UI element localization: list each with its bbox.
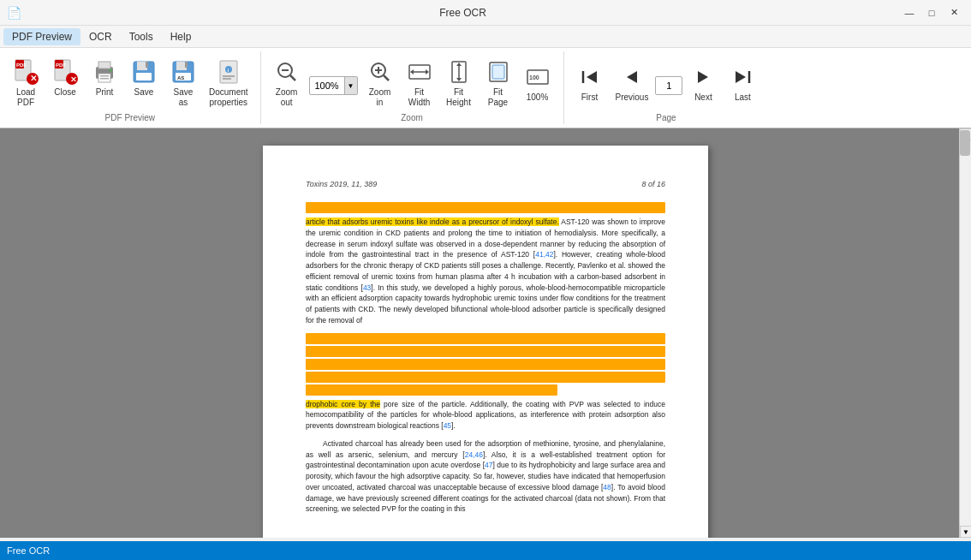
- close-pdf-button[interactable]: PDF ✕ Close: [46, 55, 84, 101]
- menu-tools[interactable]: Tools: [121, 28, 162, 45]
- fit-width-button[interactable]: FitWidth: [401, 55, 438, 111]
- menu-pdf-preview[interactable]: PDF Preview: [3, 28, 80, 45]
- svg-text:PDF: PDF: [56, 63, 66, 68]
- last-button[interactable]: Last: [724, 60, 761, 106]
- svg-marker-54: [736, 71, 746, 83]
- fit-width-icon: [406, 58, 433, 86]
- title-bar: 📄 Free OCR — □ ✕: [0, 0, 971, 26]
- fit-100-icon: 100: [524, 63, 551, 91]
- first-icon: [576, 63, 604, 91]
- zoom-in-label: Zoomin: [369, 87, 391, 108]
- scroll-down-arrow[interactable]: ▼: [960, 526, 971, 538]
- menu-help[interactable]: Help: [162, 28, 200, 45]
- highlight-block-1: [306, 202, 665, 213]
- first-button[interactable]: First: [571, 60, 609, 106]
- pdf-preview-group-label: PDF Preview: [105, 111, 155, 124]
- fit-height-button[interactable]: FitHeight: [440, 55, 478, 111]
- svg-rect-46: [492, 65, 504, 79]
- save-as-label: Saveas: [174, 87, 194, 108]
- ref-47: 47: [485, 461, 492, 469]
- svg-rect-14: [100, 78, 109, 80]
- zoom-out-icon: [273, 58, 301, 86]
- zoom-group-label: Zoom: [401, 111, 423, 124]
- first-label: First: [581, 92, 598, 103]
- previous-button[interactable]: Previous: [611, 60, 654, 106]
- svg-rect-18: [146, 62, 148, 68]
- ribbon-group-zoom: Zoomout ▼ Zoomin: [261, 51, 564, 124]
- zoom-dropdown-button[interactable]: ▼: [344, 77, 357, 94]
- page-input[interactable]: [655, 76, 682, 95]
- window-controls: — □ ✕: [899, 3, 964, 23]
- highlight-span-3: drophobic core by the: [306, 400, 380, 408]
- svg-rect-29: [223, 78, 231, 80]
- svg-rect-28: [223, 75, 235, 77]
- fit-page-button[interactable]: FitPage: [480, 55, 517, 111]
- paragraph-3: Activated charcoal has already been used…: [306, 438, 665, 515]
- ref-41-42: 41,42: [535, 250, 553, 259]
- save-icon: [130, 58, 158, 86]
- previous-icon: [618, 63, 646, 91]
- document-properties-button[interactable]: i Documentproperties: [204, 55, 253, 111]
- ref-48: 48: [603, 483, 611, 491]
- ref-24-46: 24,46: [465, 450, 483, 459]
- ref-43: 43: [363, 283, 371, 292]
- page-group-label: Page: [656, 111, 676, 124]
- load-pdf-label: LoadPDF: [16, 87, 35, 108]
- document-body: article that adsorbs uremic toxins like …: [306, 202, 665, 515]
- scroll-track[interactable]: ▲ ▼: [959, 128, 971, 538]
- document-page: Toxins 2019, 11, 389 8 of 16 article tha…: [263, 146, 708, 538]
- minimize-button[interactable]: —: [899, 3, 920, 23]
- zoom-input-wrap[interactable]: ▼: [309, 76, 358, 95]
- fit-height-icon: [445, 58, 473, 86]
- app-icon: 📄: [7, 6, 21, 20]
- zoom-in-button[interactable]: Zoomin: [361, 55, 399, 111]
- close-button[interactable]: ✕: [944, 3, 964, 23]
- menu-ocr[interactable]: OCR: [80, 28, 121, 45]
- page-buttons: First Previous: [571, 51, 762, 111]
- ribbon-group-pdf-preview: PDF ✕ LoadPDF PDF ✕: [0, 51, 261, 124]
- save-label: Save: [134, 87, 154, 98]
- close-label: Close: [54, 87, 76, 98]
- fit-page-icon: [485, 58, 512, 86]
- fit-100-label: 100%: [527, 92, 549, 103]
- load-pdf-button[interactable]: PDF ✕ LoadPDF: [7, 55, 45, 111]
- last-label: Last: [735, 92, 751, 103]
- menu-bar: PDF Preview OCR Tools Help: [0, 26, 971, 48]
- maximize-button[interactable]: □: [921, 3, 942, 23]
- print-button[interactable]: Print: [86, 55, 123, 101]
- fit-height-label: FitHeight: [446, 87, 471, 108]
- highlight-span-1: article that adsorbs uremic toxins like …: [306, 217, 559, 226]
- ribbon: PDF ✕ LoadPDF PDF ✕: [0, 48, 971, 128]
- document-properties-label: Documentproperties: [209, 87, 248, 108]
- pdf-preview-buttons: PDF ✕ LoadPDF PDF ✕: [7, 51, 253, 111]
- svg-marker-40: [426, 69, 429, 74]
- zoom-out-button[interactable]: Zoomout: [268, 55, 306, 111]
- svg-text:✕: ✕: [30, 74, 37, 83]
- load-pdf-icon: PDF ✕: [12, 58, 39, 86]
- fit-page-label: FitPage: [488, 87, 508, 108]
- svg-line-36: [384, 75, 389, 80]
- svg-text:PDF: PDF: [16, 63, 27, 68]
- paragraph-2: drophobic core by the pore size of the p…: [306, 399, 665, 432]
- paragraph-1: article that adsorbs uremic toxins like …: [306, 217, 665, 326]
- svg-marker-50: [587, 71, 597, 83]
- zoom-out-label: Zoomout: [276, 87, 298, 108]
- svg-text:✕: ✕: [70, 75, 77, 84]
- next-button[interactable]: Next: [684, 60, 722, 106]
- zoom-buttons: Zoomout ▼ Zoomin: [268, 51, 557, 111]
- zoom-input[interactable]: [310, 80, 344, 91]
- save-button[interactable]: Save: [125, 55, 163, 101]
- print-label: Print: [96, 87, 114, 98]
- save-as-button[interactable]: AS Saveas: [164, 55, 202, 111]
- ref-45: 45: [444, 421, 451, 430]
- doc-page-info: 8 of 16: [641, 180, 665, 188]
- highlight-bars: [306, 333, 665, 396]
- svg-text:AS: AS: [177, 75, 184, 80]
- next-icon: [689, 63, 717, 91]
- doc-journal-info: Toxins 2019, 11, 389: [306, 180, 377, 188]
- document-header: Toxins 2019, 11, 389 8 of 16: [306, 180, 665, 188]
- fit-100-button[interactable]: 100 100%: [519, 60, 557, 106]
- previous-label: Previous: [616, 92, 649, 103]
- scroll-thumb[interactable]: [960, 130, 970, 156]
- ribbon-group-page: First Previous: [564, 51, 769, 124]
